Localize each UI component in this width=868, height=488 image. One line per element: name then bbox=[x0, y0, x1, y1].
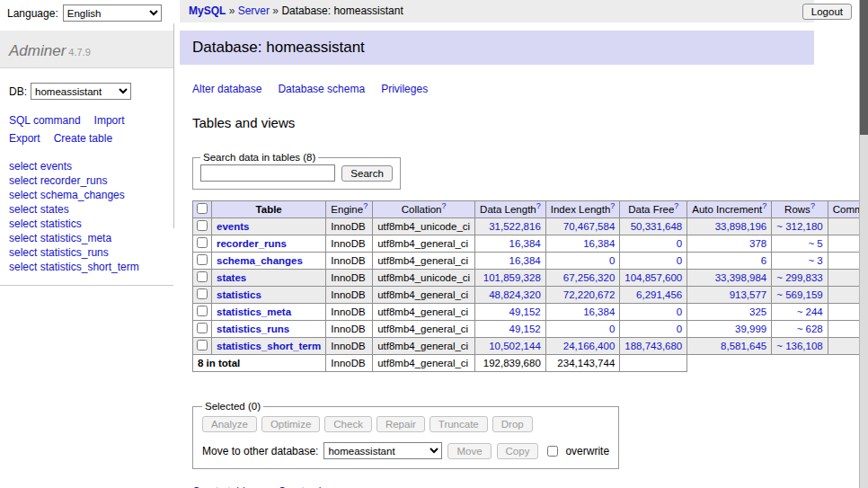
sidebar-table-link-statistics_meta[interactable]: statistics_meta bbox=[40, 232, 111, 244]
help-link[interactable]: ? bbox=[762, 201, 766, 210]
sidebar-table-link-statistics[interactable]: statistics bbox=[40, 217, 82, 230]
search-button[interactable]: Search bbox=[341, 165, 392, 182]
help-link[interactable]: ? bbox=[441, 201, 446, 210]
row-checkbox[interactable] bbox=[197, 237, 208, 248]
data-length-link[interactable]: 16,384 bbox=[509, 255, 541, 266]
row-checkbox[interactable] bbox=[197, 306, 208, 316]
help-link[interactable]: ? bbox=[810, 201, 815, 210]
search-input[interactable] bbox=[200, 164, 335, 182]
table-name-link-statistics[interactable]: statistics bbox=[217, 289, 261, 300]
row-checkbox[interactable] bbox=[197, 254, 208, 265]
select-link-recorder_runs[interactable]: select bbox=[9, 174, 37, 187]
check-button[interactable]: Check bbox=[324, 416, 372, 432]
select-link-schema_changes[interactable]: select bbox=[9, 189, 37, 201]
sidebar-table-link-events[interactable]: events bbox=[40, 160, 72, 173]
row-checkbox[interactable] bbox=[197, 220, 208, 231]
data-free-link[interactable]: 104,857,600 bbox=[624, 272, 682, 283]
table-name-link-statistics_short_term[interactable]: statistics_short_term bbox=[217, 341, 321, 351]
sidebar-link-export[interactable]: Export bbox=[9, 132, 40, 145]
sidebar-table-link-statistics_short_term[interactable]: statistics_short_term bbox=[40, 261, 139, 273]
select-link-states[interactable]: select bbox=[9, 203, 37, 216]
table-name-link-events[interactable]: events bbox=[217, 221, 249, 232]
rows-count-link[interactable]: ~ 136,108 bbox=[776, 341, 822, 351]
data-free-link[interactable]: 0 bbox=[677, 306, 682, 317]
select-link-statistics[interactable]: select bbox=[9, 217, 37, 230]
index-length-link[interactable]: 0 bbox=[609, 255, 615, 266]
data-free-link[interactable]: 0 bbox=[677, 238, 682, 249]
database-schema-link[interactable]: Database schema bbox=[278, 83, 365, 95]
data-length-link[interactable]: 49,152 bbox=[509, 306, 541, 317]
sidebar-link-import[interactable]: Import bbox=[94, 114, 125, 127]
analyze-button[interactable]: Analyze bbox=[202, 416, 257, 432]
data-length-link[interactable]: 101,859,328 bbox=[483, 272, 541, 283]
rows-count-link[interactable]: ~ 312,180 bbox=[776, 221, 822, 232]
select-link-statistics_meta[interactable]: select bbox=[9, 232, 37, 244]
auto-increment-link[interactable]: 913,577 bbox=[730, 289, 767, 300]
table-name-link-schema_changes[interactable]: schema_changes bbox=[217, 255, 303, 266]
row-checkbox[interactable] bbox=[197, 271, 208, 282]
help-link[interactable]: ? bbox=[674, 201, 678, 210]
rows-count-link[interactable]: ~ 299,833 bbox=[776, 272, 822, 283]
select-link-events[interactable]: select bbox=[9, 160, 37, 173]
db-select[interactable]: homeassistant bbox=[31, 83, 131, 100]
vertical-scrollbar[interactable] bbox=[859, 0, 868, 488]
help-link[interactable]: ? bbox=[610, 201, 615, 210]
overwrite-checkbox[interactable] bbox=[547, 446, 558, 457]
logout-button[interactable]: Logout bbox=[802, 4, 852, 20]
sidebar-link-create-table[interactable]: Create table bbox=[54, 132, 112, 145]
auto-increment-link[interactable]: 33,898,196 bbox=[715, 221, 767, 232]
row-checkbox[interactable] bbox=[197, 288, 208, 299]
data-free-link[interactable]: 188,743,680 bbox=[624, 341, 682, 351]
truncate-button[interactable]: Truncate bbox=[430, 416, 488, 432]
scrollbar-thumb[interactable] bbox=[860, 0, 868, 135]
index-length-link[interactable]: 16,384 bbox=[583, 306, 615, 317]
data-length-link[interactable]: 10,502,144 bbox=[489, 341, 541, 351]
sidebar-table-link-recorder_runs[interactable]: recorder_runs bbox=[40, 174, 108, 187]
breadcrumb-link-mysql[interactable]: MySQL bbox=[189, 4, 226, 17]
data-length-link[interactable]: 16,384 bbox=[509, 238, 541, 249]
rows-count-link[interactable]: ~ 244 bbox=[797, 306, 823, 317]
sidebar-link-sql-command[interactable]: SQL command bbox=[9, 114, 81, 127]
data-free-link[interactable]: 0 bbox=[677, 255, 682, 266]
data-free-link[interactable]: 6,291,456 bbox=[636, 289, 682, 300]
sidebar-table-link-schema_changes[interactable]: schema_changes bbox=[40, 189, 125, 201]
auto-increment-link[interactable]: 39,999 bbox=[735, 324, 766, 334]
auto-increment-link[interactable]: 6 bbox=[761, 255, 766, 266]
data-free-link[interactable]: 0 bbox=[677, 324, 682, 334]
auto-increment-link[interactable]: 378 bbox=[749, 238, 766, 249]
data-length-link[interactable]: 48,824,320 bbox=[489, 289, 541, 300]
select-all-checkbox[interactable] bbox=[197, 203, 208, 214]
index-length-link[interactable]: 24,166,400 bbox=[563, 341, 616, 351]
repair-button[interactable]: Repair bbox=[376, 416, 425, 432]
table-name-link-statistics_runs[interactable]: statistics_runs bbox=[217, 324, 289, 334]
rows-count-link[interactable]: ~ 569,159 bbox=[776, 289, 822, 300]
select-link-statistics_runs[interactable]: select bbox=[9, 246, 37, 259]
index-length-link[interactable]: 67,256,320 bbox=[563, 272, 616, 283]
help-link[interactable]: ? bbox=[536, 201, 541, 210]
data-free-link[interactable]: 50,331,648 bbox=[631, 221, 683, 232]
auto-increment-link[interactable]: 325 bbox=[749, 306, 766, 317]
index-length-link[interactable]: 16,384 bbox=[583, 238, 615, 249]
optimize-button[interactable]: Optimize bbox=[261, 416, 320, 432]
rows-count-link[interactable]: ~ 5 bbox=[808, 238, 822, 249]
sidebar-table-link-states[interactable]: states bbox=[40, 203, 69, 216]
privileges-link[interactable]: Privileges bbox=[381, 83, 428, 95]
row-checkbox[interactable] bbox=[197, 340, 208, 350]
data-length-link[interactable]: 49,152 bbox=[509, 324, 541, 334]
move-db-select[interactable]: homeassistant bbox=[323, 442, 442, 459]
drop-button[interactable]: Drop bbox=[492, 416, 533, 432]
data-length-link[interactable]: 31,522,816 bbox=[489, 221, 541, 232]
select-link-statistics_short_term[interactable]: select bbox=[9, 261, 37, 273]
table-name-link-states[interactable]: states bbox=[217, 272, 246, 283]
auto-increment-link[interactable]: 8,581,645 bbox=[721, 341, 766, 351]
index-length-link[interactable]: 70,467,584 bbox=[563, 221, 616, 232]
rows-count-link[interactable]: ~ 628 bbox=[797, 324, 823, 334]
alter-database-link[interactable]: Alter database bbox=[192, 83, 261, 95]
copy-button[interactable]: Copy bbox=[497, 443, 539, 459]
table-name-link-recorder_runs[interactable]: recorder_runs bbox=[217, 238, 287, 249]
table-name-link-statistics_meta[interactable]: statistics_meta bbox=[217, 306, 291, 317]
help-link[interactable]: ? bbox=[363, 201, 368, 210]
index-length-link[interactable]: 0 bbox=[609, 324, 615, 334]
move-button[interactable]: Move bbox=[447, 443, 491, 459]
index-length-link[interactable]: 72,220,672 bbox=[563, 289, 616, 300]
